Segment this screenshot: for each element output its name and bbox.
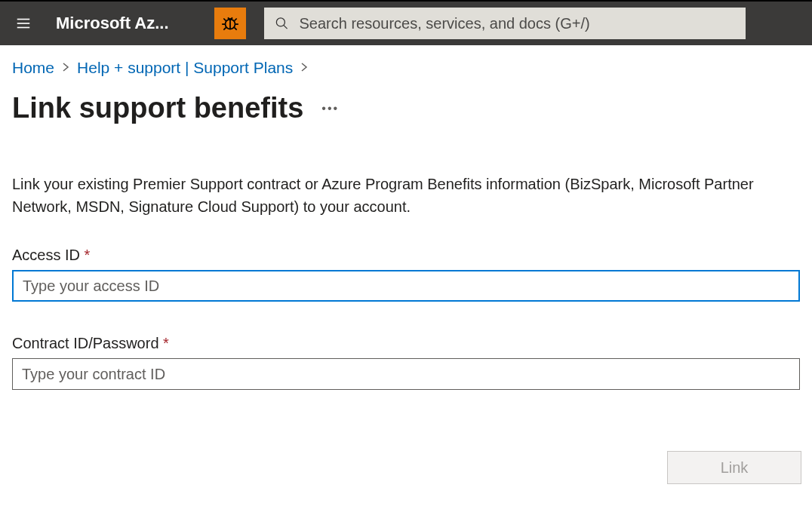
page-content: Home Help + support | Support Plans Link… — [0, 45, 812, 390]
access-id-label-text: Access ID — [12, 247, 80, 263]
chevron-right-icon — [62, 61, 69, 75]
required-indicator: * — [85, 247, 91, 263]
bug-report-button[interactable] — [214, 8, 246, 39]
svg-line-9 — [223, 27, 226, 29]
access-id-group: Access ID * — [12, 247, 800, 302]
svg-point-11 — [276, 18, 285, 26]
hamburger-menu-button[interactable] — [9, 9, 38, 38]
more-actions-button[interactable]: ••• — [321, 102, 339, 115]
hamburger-icon — [15, 15, 32, 32]
svg-line-10 — [234, 27, 236, 29]
footer-actions: Link — [667, 451, 801, 484]
breadcrumb: Home Help + support | Support Plans — [12, 59, 800, 77]
contract-id-label-text: Contract ID/Password — [12, 335, 159, 351]
page-title-row: Link support benefits ••• — [12, 92, 800, 124]
search-box[interactable] — [264, 8, 746, 39]
contract-id-group: Contract ID/Password * — [12, 335, 800, 390]
brand-label[interactable]: Microsoft Az... — [56, 14, 169, 33]
required-indicator: * — [163, 335, 169, 351]
search-input[interactable] — [299, 15, 734, 32]
link-button[interactable]: Link — [667, 451, 801, 484]
breadcrumb-home[interactable]: Home — [12, 59, 54, 77]
page-title: Link support benefits — [12, 92, 303, 124]
chevron-right-icon — [300, 61, 308, 75]
contract-id-input[interactable] — [12, 358, 800, 390]
search-icon — [275, 16, 289, 31]
contract-id-label: Contract ID/Password * — [12, 335, 800, 352]
breadcrumb-help-support[interactable]: Help + support | Support Plans — [77, 59, 293, 77]
svg-line-8 — [234, 19, 236, 21]
top-header: Microsoft Az... — [0, 2, 812, 45]
access-id-label: Access ID * — [12, 247, 800, 264]
bug-icon — [220, 14, 240, 33]
svg-line-7 — [223, 19, 226, 21]
svg-line-12 — [283, 25, 287, 29]
page-description: Link your existing Premier Support contr… — [12, 173, 800, 218]
access-id-input[interactable] — [12, 270, 800, 302]
